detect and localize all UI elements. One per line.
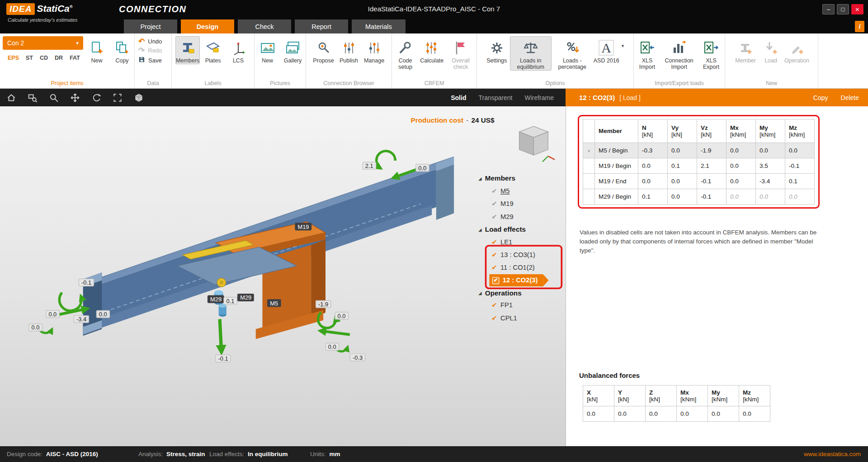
tab-design[interactable]: Design [181,19,234,33]
type-eps[interactable]: EPS [8,55,19,61]
value-cell[interactable]: 0.0 [726,143,756,158]
tree-item-co2-selected[interactable]: ✔ 12 : CO2(3) [489,274,543,286]
render-mode-wireframe[interactable]: Wireframe [524,94,554,101]
code-setup-button[interactable]: Code setup [392,36,419,71]
value-cell[interactable]: 0.0 [756,143,785,158]
value-cell[interactable]: 0.0 [638,174,668,189]
value-cell[interactable]: -0.3 [638,143,668,158]
checkbox-icon[interactable]: ✔ [491,252,497,258]
design-code-button[interactable]: A ASD 2016 [593,36,620,64]
value-cell[interactable]: -1.9 [697,143,726,158]
type-fat[interactable]: FAT [70,55,80,61]
new-load-button[interactable]: Load [759,36,783,64]
minimize-button[interactable]: – [822,4,835,14]
value-cell[interactable]: 0.0 [668,174,697,189]
checkbox-icon[interactable]: ✔ [491,188,497,195]
solid-view-icon[interactable] [134,93,144,103]
value-cell[interactable]: 0.0 [668,143,697,158]
plates-labels-button[interactable]: Plates [201,36,225,64]
table-row[interactable]: M19 / Begin 0.0 0.1 2.1 0.0 3.5 -0.1 [583,158,815,174]
value-cell[interactable]: -0.1 [697,174,726,189]
checkbox-icon[interactable]: ✔ [491,200,497,207]
render-mode-solid[interactable]: Solid [451,94,466,101]
value-cell[interactable]: -0.1 [785,158,815,174]
tree-header-load-effects[interactable]: ◢ Load effects [478,223,526,235]
value-cell[interactable]: 0.1 [638,189,668,205]
expander-icon[interactable]: ◢ [478,176,482,181]
tab-materials[interactable]: Materials [352,19,406,33]
tree-header-members[interactable]: ◢ Members [478,172,515,185]
value-cell[interactable]: 2.1 [697,158,726,174]
tree-item-co3[interactable]: ✔ 13 : CO3(1) [491,249,535,261]
manage-button[interactable]: Manage [362,36,387,64]
expander-icon[interactable]: ◢ [478,291,482,295]
settings-button[interactable]: Settings [485,36,509,64]
zoom-window-icon[interactable] [28,93,38,103]
xls-import-button[interactable]: XLS Import [634,36,660,71]
tree-header-operations[interactable]: ◢ Operations [478,287,522,299]
delete-load-button[interactable]: Delete [841,94,859,101]
new-member-button[interactable]: Member [733,36,758,64]
expander-icon[interactable]: ◢ [478,227,482,232]
xls-export-button[interactable]: XLS Export [698,36,725,71]
propose-button[interactable]: Propose [311,36,336,64]
checkbox-checked-icon[interactable]: ✔ [492,277,500,284]
value-cell[interactable]: 0.1 [785,174,815,189]
publish-button[interactable]: Publish [337,36,361,64]
tree-item-co1[interactable]: ✔ 11 : CO1(2) [491,262,534,274]
rotate-view-icon[interactable] [91,93,101,103]
table-row[interactable]: M19 / End 0.0 0.0 -0.1 0.0 -3.4 0.1 [583,174,815,189]
overall-check-button[interactable]: Overall check [445,36,476,71]
render-mode-transparent[interactable]: Transparent [478,94,512,101]
value-cell[interactable]: 0.0 [726,174,756,189]
tree-item-le1[interactable]: ✔ LE1 [491,236,512,248]
copy-load-button[interactable]: Copy [813,94,828,101]
caret-down-icon[interactable]: ▾ [620,43,626,49]
connection-import-button[interactable]: Connection Import [661,36,697,71]
tab-report[interactable]: Report [295,19,348,33]
new-project-item-button[interactable]: New [85,36,109,64]
calculate-button[interactable]: Calculate [420,36,444,64]
type-cd[interactable]: CD [40,55,48,61]
tree-item-m5[interactable]: ✔ M5 [491,185,509,197]
loads-percentage-button[interactable]: Loads - percentage [552,36,592,71]
checkbox-icon[interactable]: ✔ [491,239,497,246]
home-view-icon[interactable] [6,93,16,103]
value-cell[interactable]: -0.1 [697,189,726,205]
value-cell[interactable]: -3.4 [756,174,785,189]
website-link[interactable]: www.ideastatica.com [804,446,861,462]
value-cell[interactable]: 0.1 [668,158,697,174]
maximize-button[interactable]: □ [837,4,849,14]
new-picture-button[interactable]: New [255,36,280,64]
table-row[interactable]: M29 / Begin 0.1 0.0 -0.1 0.0 0.0 0.0 [583,189,815,205]
3d-viewport[interactable]: Production cost-24 US$ M19 M29 M29 M5 2.… [0,106,566,446]
loads-in-equilibrium-button[interactable]: Loads in equilibrium [510,36,552,71]
value-cell[interactable]: 0.0 [785,143,815,158]
new-operation-button[interactable]: Operation [784,36,810,64]
tab-check[interactable]: Check [238,19,291,33]
type-dr[interactable]: DR [55,55,63,61]
pan-icon[interactable] [70,93,80,103]
save-button[interactable]: Save [138,56,162,64]
undo-button[interactable]: ↶Undo [138,38,162,45]
value-cell[interactable]: 3.5 [756,158,785,174]
members-labels-button[interactable]: Members [175,36,200,64]
zoom-icon[interactable] [49,93,59,103]
checkbox-icon[interactable]: ✔ [491,213,497,220]
connection-selector[interactable]: Con 2 ▾ [3,36,83,50]
copy-project-item-button[interactable]: Copy [110,36,134,64]
value-cell[interactable]: 0.0 [668,189,697,205]
zoom-fit-icon[interactable] [113,93,123,103]
type-st[interactable]: ST [26,55,33,61]
info-button[interactable]: i [855,21,864,32]
value-cell[interactable]: 0.0 [726,158,756,174]
tree-item-m29[interactable]: ✔ M29 [491,210,513,223]
checkbox-icon[interactable]: ✔ [491,302,497,309]
tree-item-m19[interactable]: ✔ M19 [491,198,513,210]
redo-button[interactable]: ↷Redo [138,47,162,54]
value-cell[interactable]: 0.0 [638,158,668,174]
gallery-button[interactable]: Gallery [281,36,305,64]
tree-item-fp1[interactable]: ✔ FP1 [491,299,513,311]
tab-project[interactable]: Project [124,19,177,33]
close-button[interactable]: × [851,4,863,14]
